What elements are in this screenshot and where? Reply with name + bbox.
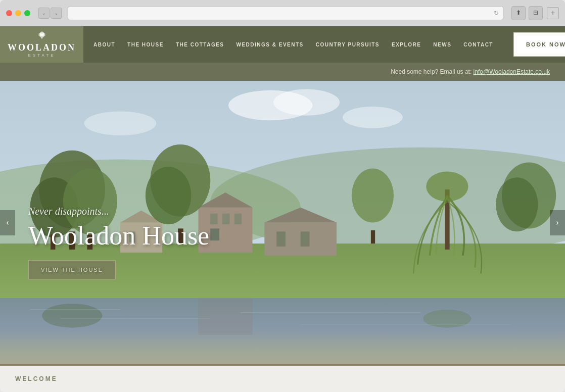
- svg-rect-4: [41, 36, 42, 39]
- svg-rect-12: [234, 214, 242, 224]
- nav-contact[interactable]: CONTACT: [463, 42, 493, 47]
- svg-rect-18: [301, 231, 310, 247]
- nav-about[interactable]: ABOUT: [93, 42, 115, 47]
- minimize-window-button[interactable]: [15, 10, 21, 16]
- browser-action-buttons: ⬆ ⊟: [511, 6, 543, 20]
- browser-window: ‹ › ↻ ⬆ ⊟ + WOOLADON EST: [0, 0, 565, 392]
- hero-prev-button[interactable]: ‹: [0, 210, 15, 235]
- site-logo[interactable]: WOOLADON ESTATE: [0, 26, 83, 63]
- logo-name: WOOLADON: [8, 43, 76, 52]
- hero-next-button[interactable]: ›: [550, 210, 565, 235]
- nav-the-cottages[interactable]: THE COTTAGES: [176, 42, 224, 47]
- address-bar[interactable]: ↻: [68, 6, 503, 20]
- hero-title: Wooladon House: [28, 221, 209, 250]
- maximize-window-button[interactable]: [24, 10, 30, 16]
- hero-cta-button[interactable]: VIEW THE HOUSE: [28, 260, 116, 279]
- forward-button[interactable]: ›: [51, 8, 62, 19]
- svg-point-38: [42, 304, 102, 328]
- nav-news[interactable]: NEWS: [433, 42, 451, 47]
- hero-tagline: Never disappoints...: [28, 206, 209, 217]
- website-content: WOOLADON ESTATE ABOUT THE HOUSE THE COTT…: [0, 26, 565, 392]
- svg-point-39: [423, 310, 471, 328]
- help-bar: Need some help? Email us at: info@Woolad…: [0, 63, 565, 81]
- hero-section: ‹ › Never disappoints... Wooladon House …: [0, 81, 565, 364]
- svg-point-34: [496, 177, 538, 231]
- svg-rect-13: [210, 228, 219, 240]
- svg-rect-40: [198, 299, 252, 335]
- book-now-button[interactable]: BOOK NOW: [513, 32, 565, 57]
- svg-point-35: [352, 168, 394, 222]
- svg-point-46: [273, 89, 340, 115]
- svg-point-32: [426, 171, 468, 201]
- svg-rect-17: [276, 231, 286, 247]
- svg-point-47: [343, 107, 403, 128]
- welcome-section: WELCOME: [0, 364, 565, 392]
- reload-icon[interactable]: ↻: [494, 10, 499, 17]
- reader-button[interactable]: ⊟: [529, 6, 543, 20]
- nav-links-container: ABOUT THE HOUSE THE COTTAGES WEDDINGS & …: [83, 26, 503, 63]
- hero-text-overlay: Never disappoints... Wooladon House VIEW…: [28, 206, 209, 279]
- nav-weddings-events[interactable]: WEDDINGS & EVENTS: [237, 42, 304, 47]
- svg-rect-36: [371, 230, 375, 243]
- add-tab-button[interactable]: +: [547, 7, 559, 19]
- back-button[interactable]: ‹: [38, 8, 50, 19]
- browser-titlebar: ‹ › ↻ ⬆ ⊟ +: [0, 0, 565, 26]
- svg-point-48: [84, 111, 157, 135]
- nav-country-pursuits[interactable]: COUNTRY PURSUITS: [316, 42, 380, 47]
- svg-rect-11: [222, 214, 229, 224]
- window-controls: [6, 10, 30, 16]
- svg-rect-10: [210, 214, 217, 224]
- share-button[interactable]: ⬆: [511, 6, 526, 20]
- nav-the-house[interactable]: THE HOUSE: [127, 42, 164, 47]
- browser-nav-buttons: ‹ ›: [38, 8, 62, 19]
- nav-explore[interactable]: EXPLORE: [392, 42, 421, 47]
- logo-subtitle: ESTATE: [28, 53, 56, 58]
- welcome-heading: WELCOME: [15, 375, 58, 382]
- close-window-button[interactable]: [6, 10, 12, 16]
- logo-tree-icon: [32, 31, 52, 41]
- help-text: Need some help? Email us at: info@Woolad…: [391, 68, 550, 75]
- site-navigation: WOOLADON ESTATE ABOUT THE HOUSE THE COTT…: [0, 26, 565, 63]
- help-email-link[interactable]: info@WooladonEstate.co.uk: [474, 68, 550, 75]
